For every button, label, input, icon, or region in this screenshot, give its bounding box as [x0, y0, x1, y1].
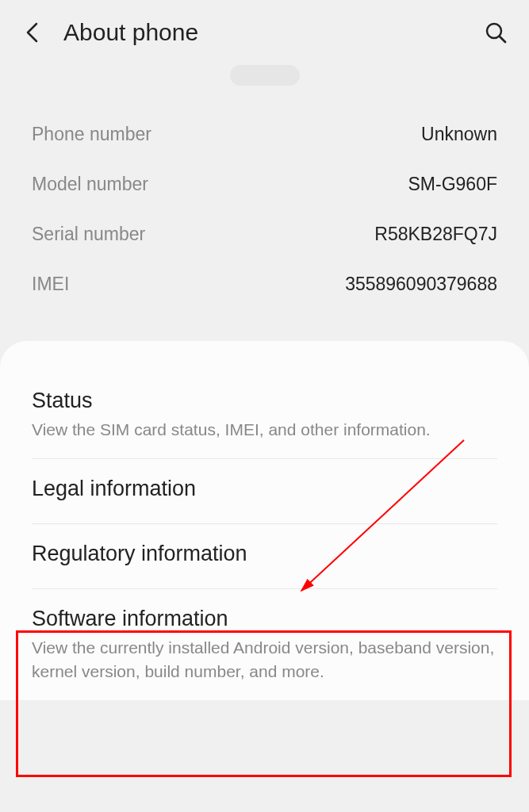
regulatory-information-title: Regulatory information: [32, 542, 497, 566]
phone-number-label: Phone number: [32, 124, 151, 145]
model-number-value: SM-G960F: [408, 174, 497, 195]
software-information-title: Software information: [32, 607, 497, 631]
device-info-section: Phone number Unknown Model number SM-G96…: [0, 109, 529, 341]
serial-number-value: R58KB28FQ7J: [374, 224, 497, 245]
back-icon[interactable]: [22, 23, 41, 42]
software-information-item[interactable]: Software information View the currently …: [32, 589, 497, 700]
software-information-subtitle: View the currently installed Android ver…: [32, 636, 497, 683]
serial-number-label: Serial number: [32, 224, 145, 245]
imei-row: IMEI 355896090379688: [32, 259, 497, 309]
imei-value: 355896090379688: [345, 274, 497, 295]
regulatory-information-item[interactable]: Regulatory information: [32, 524, 497, 589]
search-icon[interactable]: [485, 21, 507, 44]
legal-information-item[interactable]: Legal information: [32, 459, 497, 524]
imei-label: IMEI: [32, 274, 69, 295]
phone-number-value: Unknown: [421, 124, 497, 145]
pill-indicator: [230, 65, 300, 86]
status-title: Status: [32, 389, 497, 413]
page-title: About phone: [63, 19, 485, 46]
serial-number-row: Serial number R58KB28FQ7J: [32, 209, 497, 259]
status-subtitle: View the SIM card status, IMEI, and othe…: [32, 418, 497, 441]
model-number-row: Model number SM-G960F: [32, 159, 497, 209]
model-number-label: Model number: [32, 174, 148, 195]
settings-card: Status View the SIM card status, IMEI, a…: [0, 341, 529, 700]
phone-number-row: Phone number Unknown: [32, 109, 497, 159]
header: About phone: [0, 0, 529, 65]
legal-information-title: Legal information: [32, 477, 497, 501]
status-item[interactable]: Status View the SIM card status, IMEI, a…: [32, 371, 497, 459]
svg-line-1: [500, 36, 505, 42]
